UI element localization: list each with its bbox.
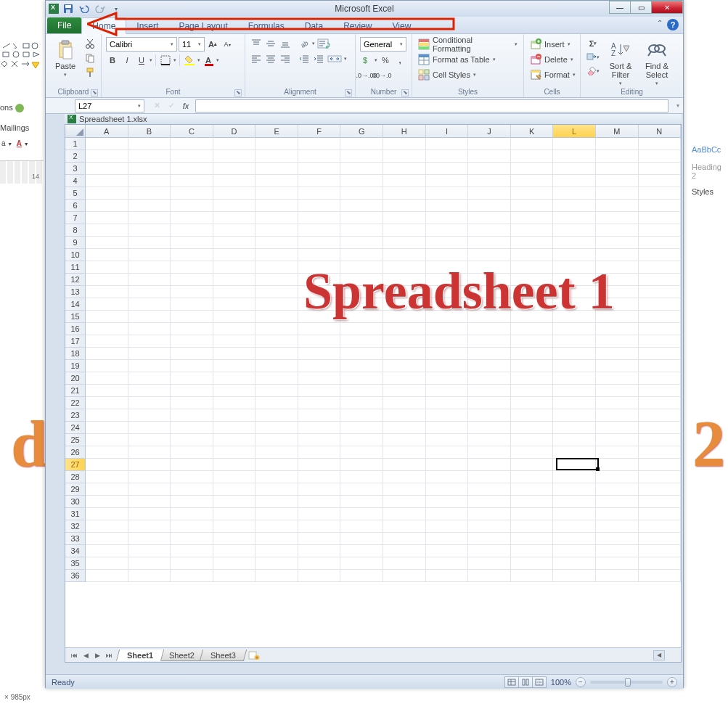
cell[interactable] [298,224,341,237]
cell[interactable] [298,372,341,385]
cell[interactable] [596,434,639,446]
row[interactable] [86,533,681,545]
cell[interactable] [128,212,171,224]
cell[interactable] [255,200,298,212]
cell[interactable] [426,533,469,545]
cell[interactable] [596,471,639,483]
cell[interactable] [639,286,682,298]
cell[interactable] [171,200,213,212]
row-header-35[interactable]: 35 [65,557,86,570]
cell[interactable] [596,446,639,459]
cell[interactable] [86,249,128,261]
redo-button[interactable] [94,3,107,15]
cell[interactable] [511,446,554,459]
cell[interactable] [426,348,469,360]
cell[interactable] [511,360,554,372]
fill-color-menu[interactable]: ▾ [197,57,200,63]
cell[interactable] [86,335,128,348]
col-header-C[interactable]: C [171,125,213,138]
font-name-combo[interactable]: Calibri▾ [106,37,177,52]
cell[interactable] [128,335,171,348]
cell[interactable] [128,397,171,409]
sheet-tab-2[interactable]: Sheet2 [158,650,205,661]
tab-view[interactable]: View [383,18,422,33]
cell[interactable] [340,545,383,557]
cell[interactable] [213,385,256,397]
cell[interactable] [128,422,171,434]
row-header-31[interactable]: 31 [65,508,86,520]
cell[interactable] [128,138,171,150]
cell[interactable] [255,496,298,508]
cell[interactable] [213,483,256,496]
cell[interactable] [639,237,682,249]
row-header-29[interactable]: 29 [65,483,86,496]
tab-formulas[interactable]: Formulas [238,18,295,33]
row[interactable] [86,446,681,459]
clipboard-launcher[interactable]: ⬊ [91,89,98,97]
cell[interactable] [383,163,426,175]
cell[interactable] [171,348,213,360]
align-middle-button[interactable] [264,37,277,50]
cell[interactable] [511,175,554,187]
cell[interactable] [511,570,554,582]
cell[interactable] [340,212,383,224]
row-header-12[interactable]: 12 [65,274,86,286]
row-header-24[interactable]: 24 [65,422,86,434]
cell[interactable] [639,175,682,187]
cell[interactable] [553,212,596,224]
paste-button[interactable]: Paste ▾ [50,37,81,78]
row-header-14[interactable]: 14 [65,298,86,311]
autosum-button[interactable]: Σ ▾ [585,37,601,50]
cell[interactable] [383,224,426,237]
insert-cells-button[interactable]: Insert ▾ [528,37,572,52]
cell[interactable] [596,323,639,335]
cell[interactable] [596,570,639,582]
cell[interactable] [596,397,639,409]
cell[interactable] [511,545,554,557]
row-header-33[interactable]: 33 [65,533,86,545]
cell[interactable] [255,274,298,286]
minimize-button[interactable]: — [609,1,631,14]
cell[interactable] [468,446,511,459]
cell[interactable] [298,508,341,520]
tab-review[interactable]: Review [333,18,382,33]
cell[interactable] [639,360,682,372]
comma-button[interactable]: , [393,54,406,67]
cell[interactable] [553,545,596,557]
cell[interactable] [86,212,128,224]
cell[interactable] [596,385,639,397]
cell[interactable] [511,187,554,200]
cell[interactable] [298,570,341,582]
cell[interactable] [468,138,511,150]
zoom-out-button[interactable]: − [576,677,586,687]
cell[interactable] [340,187,383,200]
cell[interactable] [213,138,256,150]
cell[interactable] [596,496,639,508]
cell[interactable] [553,397,596,409]
cell[interactable] [426,224,469,237]
cell[interactable] [298,422,341,434]
cell[interactable] [171,237,213,249]
grow-font-button[interactable]: A▴ [206,38,219,51]
cell[interactable] [383,200,426,212]
cell[interactable] [171,372,213,385]
cell[interactable] [426,175,469,187]
cell[interactable] [468,385,511,397]
cell[interactable] [86,397,128,409]
cell[interactable] [639,471,682,483]
cell[interactable] [128,311,171,323]
cell[interactable] [468,175,511,187]
cell[interactable] [383,175,426,187]
cell[interactable] [86,150,128,163]
cell[interactable] [426,508,469,520]
cell[interactable] [553,372,596,385]
row-header-3[interactable]: 3 [65,163,86,175]
fill-color-button[interactable] [183,54,196,67]
cell[interactable] [213,545,256,557]
cell[interactable] [426,545,469,557]
cells-area[interactable] [86,138,681,646]
cell[interactable] [86,385,128,397]
cell[interactable] [171,570,213,582]
cell[interactable] [298,212,341,224]
col-header-B[interactable]: B [128,125,171,138]
